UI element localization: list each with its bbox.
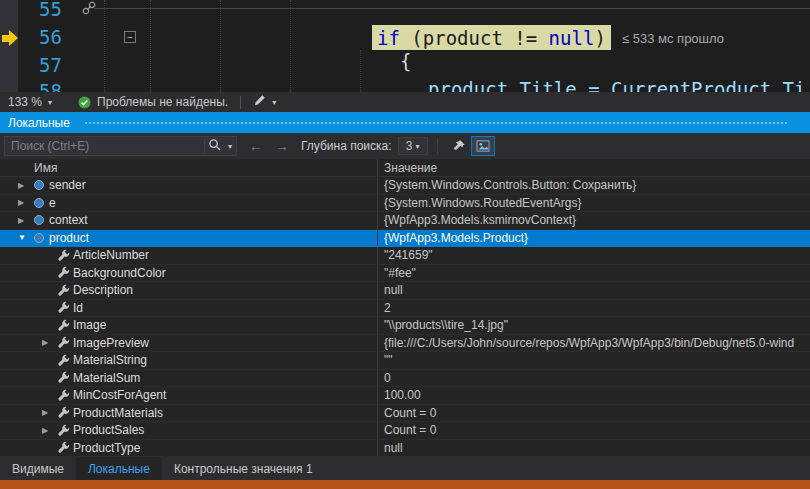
table-row[interactable]: Descriptionnull [0,282,810,300]
name-cell: MinCostForAgent [0,387,378,404]
variable-name: ImagePreview [73,336,149,350]
expand-icon[interactable]: ▶ [42,426,57,435]
name-cell: ▶sender [0,177,378,194]
indent-guide [290,0,291,92]
code-keyword: if [377,27,400,49]
property-icon [57,249,73,262]
variable-value: {file:///C:/Users/John/source/repos/WpfA… [378,335,810,352]
chevron-down-icon[interactable]: ▾ [224,142,236,151]
zoom-control[interactable]: 133 % ▾ [0,95,52,109]
image-icon [476,140,490,152]
expand-icon[interactable]: ▶ [18,181,33,190]
table-row[interactable]: ▶e{System.Windows.RoutedEventArgs} [0,195,810,213]
pin-button[interactable] [447,136,471,156]
object-icon [33,197,49,209]
tab-autos[interactable]: Видимые [0,457,76,480]
table-row[interactable]: BackgroundColor"#fee" [0,265,810,283]
table-row[interactable]: ProductTypenull [0,440,810,458]
table-row[interactable]: MinCostForAgent100.00 [0,387,810,405]
tab-locals[interactable]: Локальные [76,457,162,480]
breakpoint-margin[interactable] [0,0,18,92]
locals-table-body: ▶sender{System.Windows.Controls.Button: … [0,177,810,457]
variable-value: "" [378,352,810,369]
chain-link-icon [82,1,96,19]
table-row[interactable]: ▶ProductMaterialsCount = 0 [0,405,810,423]
search-box[interactable]: ▾ [4,136,237,156]
column-header-name[interactable]: Имя [0,159,378,176]
table-row[interactable]: MaterialString"" [0,352,810,370]
name-cell: Description [0,282,378,299]
name-cell: MaterialString [0,352,378,369]
indent-guide [104,0,105,92]
property-icon [57,301,73,314]
navigate-forward-icon[interactable]: → [275,138,289,154]
indent-guide [360,50,361,92]
table-row[interactable]: ▶sender{System.Windows.Controls.Button: … [0,177,810,195]
code-text: { [400,50,411,72]
collapse-icon[interactable]: ▼ [18,233,33,242]
name-cell: ▶ProductMaterials [0,405,378,422]
table-row[interactable]: ▶ImagePreview{file:///C:/Users/John/sour… [0,335,810,353]
search-input[interactable] [5,139,204,153]
table-row[interactable]: ▼product{WpfApp3.Models.Product} [0,230,810,248]
expand-icon[interactable]: ▶ [18,198,33,207]
panel-title-text: Локальные [8,116,70,130]
property-icon [57,371,73,384]
variable-name: ProductSales [73,423,144,437]
name-cell: BackgroundColor [0,265,378,282]
table-row[interactable]: ▶context{WpfApp3.Models.ksmirnovContext} [0,212,810,230]
expand-icon[interactable]: ▶ [42,338,57,347]
variable-name: ProductType [73,441,140,455]
name-cell: ▶context [0,212,378,229]
table-row[interactable]: Id2 [0,300,810,318]
preview-toggle-button[interactable] [471,136,495,156]
code-editor: 55 56 57 58 − if (product != null) ≤ 533… [0,0,810,92]
code-text: (product != [400,27,549,49]
variable-name: e [49,196,56,210]
property-icon [57,284,73,297]
line-number: 58 [18,80,76,92]
editor-status-bar: 133 % ▾ Проблемы не найдены. ▾ [0,92,810,112]
perf-tip[interactable]: ≤ 533 мс прошло [622,31,724,46]
current-statement-highlight: if (product != null) [372,25,611,50]
variable-name: sender [49,178,86,192]
tool-window-titlebar[interactable]: Локальные [0,112,810,133]
property-icon [57,406,73,419]
column-header-value[interactable]: Значение [378,159,810,176]
search-depth-value: 3 [406,139,413,153]
table-row[interactable]: ArticleNumber"241659" [0,247,810,265]
variable-name: Id [73,301,83,315]
variable-name: Image [73,318,106,332]
expand-icon[interactable]: ▶ [42,408,57,417]
search-depth-select[interactable]: 3 ▾ [398,137,428,155]
table-row[interactable]: Image"\\products\\tire_14.jpg" [0,317,810,335]
tab-watch1[interactable]: Контрольные значения 1 [162,457,325,480]
current-statement-arrow-icon [2,35,9,42]
object-icon [33,232,49,244]
code-cleanup-icon[interactable] [253,94,266,110]
variable-value: 0 [378,370,810,387]
variable-value: {System.Windows.Controls.Button: Сохрани… [378,177,810,194]
divider [437,138,438,154]
collapse-region-icon[interactable]: − [124,31,136,43]
navigate-back-icon[interactable]: ← [249,138,263,154]
chevron-down-icon[interactable]: ▾ [272,98,276,107]
expand-icon[interactable]: ▶ [18,216,33,225]
name-cell: ▶e [0,195,378,212]
editor-divider-line [94,8,810,9]
search-icon[interactable] [205,138,224,154]
table-row[interactable]: MaterialSum0 [0,370,810,388]
debug-status-strip [0,480,810,489]
code-keyword: null [549,27,595,49]
variable-value: null [378,282,810,299]
variable-value: 2 [378,300,810,317]
name-cell: ▶ProductSales [0,422,378,439]
health-check-icon[interactable] [78,96,91,109]
chevron-down-icon: ▾ [48,98,52,107]
table-header: Имя Значение [0,159,810,177]
table-row[interactable]: ▶ProductSalesCount = 0 [0,422,810,440]
object-icon [33,179,49,191]
titlebar-grip [84,120,788,126]
property-icon [57,336,73,349]
zoom-level: 133 % [8,95,42,109]
